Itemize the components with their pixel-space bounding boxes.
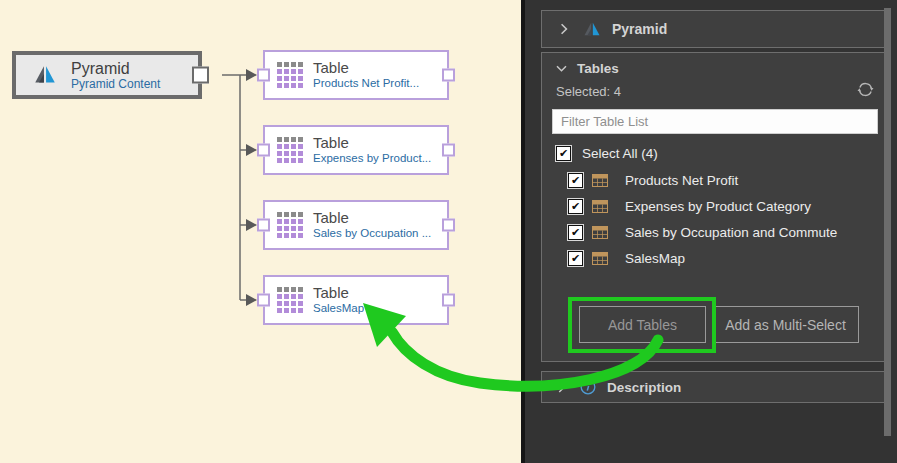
node-title: Table <box>313 285 364 301</box>
tables-section-title: Tables <box>577 61 619 76</box>
item-checkbox[interactable]: ✔ <box>568 173 583 188</box>
table-icon <box>592 225 608 240</box>
refresh-icon[interactable] <box>856 80 875 99</box>
item-checkbox[interactable]: ✔ <box>568 225 583 240</box>
section-tables: Tables Selected: 4 ✔ Select All (4) <box>541 52 889 362</box>
pyramid-source-node[interactable]: Pyramid Pyramid Content <box>12 51 202 99</box>
input-port[interactable] <box>257 69 270 82</box>
add-as-multi-select-button[interactable]: Add as Multi-Select <box>712 306 859 343</box>
table-grid-icon <box>277 137 303 163</box>
info-icon <box>579 378 597 396</box>
output-port[interactable] <box>192 67 209 84</box>
input-port[interactable] <box>257 144 270 157</box>
table-grid-icon <box>277 212 303 238</box>
panel-scrollbar[interactable] <box>884 8 891 436</box>
item-checkbox[interactable]: ✔ <box>568 251 583 266</box>
node-subtitle: SalesMap <box>313 301 364 315</box>
etl-canvas[interactable]: Pyramid Pyramid Content Table Products N… <box>0 0 521 463</box>
item-label: Expenses by Product Category <box>625 199 811 214</box>
table-node-products-net-profit[interactable]: Table Products Net Profit... <box>263 50 449 100</box>
table-list-item[interactable]: ✔ Sales by Occupation and Commute <box>568 223 837 241</box>
table-list-item[interactable]: ✔ SalesMap <box>568 249 685 267</box>
tables-section-header[interactable]: Tables <box>554 59 619 77</box>
add-tables-button[interactable]: Add Tables <box>579 306 706 343</box>
chevron-right-icon[interactable] <box>554 380 569 395</box>
input-port[interactable] <box>257 219 270 232</box>
select-all-checkbox[interactable]: ✔ <box>556 146 571 161</box>
node-title: Pyramid <box>71 60 160 77</box>
input-port[interactable] <box>257 294 270 307</box>
description-section-title: Description <box>607 380 681 395</box>
pyramid-logo-icon <box>32 63 58 87</box>
table-list-item[interactable]: ✔ Expenses by Product Category <box>568 197 811 215</box>
node-subtitle: Sales by Occupation ... <box>313 226 431 240</box>
selected-count-label: Selected: 4 <box>556 84 621 99</box>
panel-section-title: Pyramid <box>612 21 667 37</box>
node-title: Table <box>313 60 419 76</box>
edge-arrowhead-icons <box>246 69 257 306</box>
table-node-expenses[interactable]: Table Expenses by Product... <box>263 125 449 175</box>
table-icon <box>592 173 608 188</box>
section-pyramid-header[interactable]: Pyramid <box>541 10 889 48</box>
item-label: Sales by Occupation and Commute <box>625 225 837 240</box>
pyramid-logo-icon <box>582 20 602 39</box>
section-description[interactable]: Description <box>541 371 889 403</box>
table-list-item[interactable]: ✔ Products Net Profit <box>568 171 738 189</box>
chevron-right-icon[interactable] <box>556 21 572 37</box>
select-all-row[interactable]: ✔ Select All (4) <box>556 144 658 162</box>
properties-panel: Pyramid Tables Selected: 4 <box>525 0 897 463</box>
item-label: Products Net Profit <box>625 173 738 188</box>
table-icon <box>592 251 608 266</box>
node-subtitle: Pyramid Content <box>71 77 160 91</box>
node-subtitle: Products Net Profit... <box>313 76 419 90</box>
table-node-salesmap[interactable]: Table SalesMap <box>263 275 449 325</box>
table-grid-icon <box>277 287 303 313</box>
app-window: Pyramid Pyramid Content Table Products N… <box>0 0 897 463</box>
node-subtitle: Expenses by Product... <box>313 151 431 165</box>
output-port[interactable] <box>442 69 455 82</box>
chevron-down-icon[interactable] <box>554 61 569 76</box>
select-all-label: Select All (4) <box>582 146 658 161</box>
table-grid-icon <box>277 62 303 88</box>
output-port[interactable] <box>442 144 455 157</box>
table-node-sales-occupation[interactable]: Table Sales by Occupation ... <box>263 200 449 250</box>
output-port[interactable] <box>442 294 455 307</box>
filter-table-list-input[interactable] <box>552 109 878 134</box>
output-port[interactable] <box>442 219 455 232</box>
item-checkbox[interactable]: ✔ <box>568 199 583 214</box>
table-icon <box>592 199 608 214</box>
node-title: Table <box>313 210 431 226</box>
node-title: Table <box>313 135 431 151</box>
item-label: SalesMap <box>625 251 685 266</box>
